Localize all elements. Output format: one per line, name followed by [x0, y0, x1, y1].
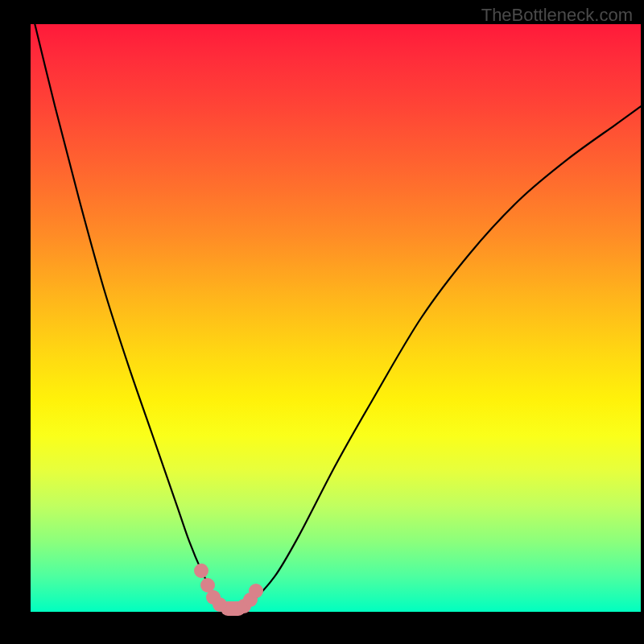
- attribution-text: TheBottleneck.com: [481, 5, 633, 26]
- bottleneck-curve-line: [31, 24, 641, 609]
- chart-curve-svg: [31, 24, 641, 612]
- chart-highlight-marker: [194, 564, 208, 578]
- chart-highlight-marker: [213, 597, 227, 612]
- chart-plot-area: [31, 24, 641, 612]
- chart-highlight-marker: [249, 584, 263, 598]
